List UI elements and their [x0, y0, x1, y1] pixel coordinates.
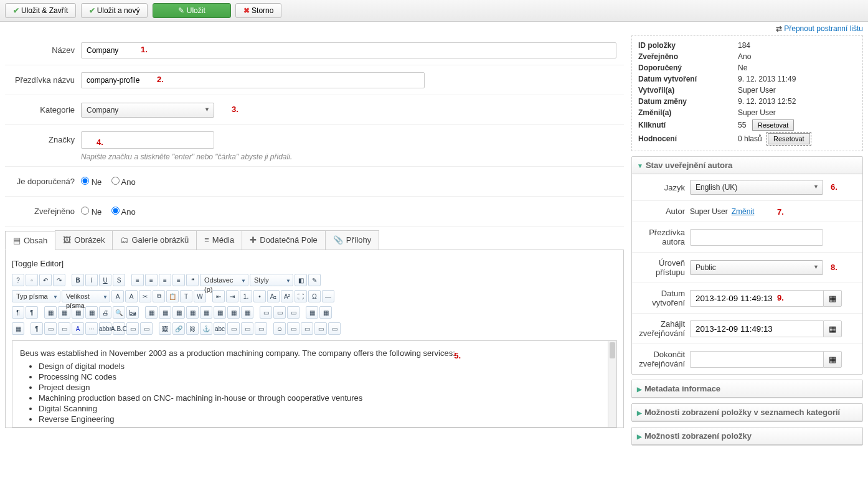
bgcolor-icon[interactable]: A [125, 290, 138, 302]
save-new-button[interactable]: ✔Uložit a nový [81, 3, 148, 18]
print-icon[interactable]: 🖨 [99, 306, 111, 319]
toggle-sidebar-link[interactable]: ⇄Přepnout postranní lištu [776, 24, 863, 33]
search-icon[interactable]: 🔍 [113, 306, 125, 319]
editor-content[interactable]: Beus was established in November 2003 as… [12, 340, 617, 428]
cut-icon[interactable]: ✂ [139, 290, 151, 302]
item-display-header[interactable]: ▶Možnosti zobrazení položky [632, 428, 862, 445]
nbsp-icon[interactable]: ··· [85, 322, 98, 335]
fullscreen-icon[interactable]: ⛶ [295, 290, 307, 302]
hr-icon[interactable]: — [322, 290, 334, 302]
anchor-icon[interactable]: ⚓ [200, 322, 212, 335]
featured-ano-radio[interactable]: Ano [111, 177, 136, 187]
font-size-select[interactable]: Velikost písma [62, 290, 110, 302]
iframe-icon[interactable]: ▭ [301, 322, 313, 335]
list-bullet-icon[interactable]: • [253, 290, 266, 302]
lang-select[interactable]: English (UK) [690, 180, 823, 195]
table-icon[interactable]: ▦ [145, 306, 158, 319]
featured-ne-radio[interactable]: Ne [81, 177, 101, 187]
table-col-icon[interactable]: ▦ [172, 306, 185, 319]
toggle-editor-link[interactable]: [Toggle Editor] [12, 259, 617, 268]
paragraph-select[interactable]: Odstavec (p) [200, 274, 248, 286]
link-icon[interactable]: 🔗 [172, 322, 185, 335]
select-all-icon[interactable]: ▦ [12, 322, 24, 335]
cell2-icon[interactable]: ▭ [273, 306, 286, 319]
name-input[interactable] [81, 42, 616, 58]
acronym-icon[interactable]: A.B.C [113, 322, 125, 335]
italic-icon[interactable]: I [85, 274, 98, 286]
table-prop-icon[interactable]: ▦ [241, 306, 253, 319]
underline-icon[interactable]: U [99, 274, 111, 286]
tab-image[interactable]: 🖼Obrázek [55, 230, 113, 250]
quote-icon[interactable]: ❝ [186, 274, 199, 286]
alias-input[interactable] [81, 72, 425, 88]
strike-icon[interactable]: S [113, 274, 125, 286]
abbr-icon[interactable]: abbr [99, 322, 111, 335]
ins-icon[interactable]: ▭ [140, 322, 153, 335]
readmore-icon[interactable]: ▭ [227, 322, 240, 335]
newdoc-icon[interactable]: ▫ [26, 274, 38, 286]
spellcheck-icon[interactable]: abc [214, 322, 226, 335]
brush-icon[interactable]: ✎ [308, 274, 321, 286]
cancel-button[interactable]: ✖Storno [235, 3, 281, 18]
unlink-icon[interactable]: ⛓ [186, 322, 199, 335]
indent-in-icon[interactable]: ⇥ [226, 290, 238, 302]
align-left-icon[interactable]: ≡ [131, 274, 144, 286]
superscript-icon[interactable]: A² [281, 290, 293, 302]
save-button[interactable]: ✎Uložit [153, 3, 231, 18]
table-merge-icon[interactable]: ▦ [214, 306, 226, 319]
attach-icon[interactable]: ▭ [328, 322, 341, 335]
save-close-button[interactable]: ✔Uložit & Zavřít [5, 3, 76, 18]
source-icon[interactable]: ▭ [58, 322, 70, 335]
paste-icon[interactable]: 📋 [166, 290, 179, 302]
created-date-input[interactable] [690, 290, 823, 307]
style-a-icon[interactable]: A [72, 322, 84, 335]
listing-header[interactable]: ▶Možnosti zobrazení položky v seznamech … [632, 404, 862, 421]
ltr-icon[interactable]: ¶ [12, 306, 24, 319]
cell1-icon[interactable]: ▭ [260, 306, 272, 319]
tab-gallery[interactable]: 🗂Galerie obrázků [112, 230, 197, 250]
access-select[interactable]: Public [690, 260, 823, 275]
editor-scrollbar[interactable] [608, 341, 616, 427]
created-date-picker[interactable]: ▦ [823, 290, 842, 307]
metadata-header[interactable]: ▶Metadata informace [632, 380, 862, 398]
replace-icon[interactable]: b̲a̲ [126, 306, 139, 319]
paste-text-icon[interactable]: T [180, 290, 192, 302]
omega-icon[interactable]: Ω [308, 290, 321, 302]
redo-icon[interactable]: ↷ [53, 274, 65, 286]
align-justify-icon[interactable]: ≡ [172, 274, 185, 286]
copy-icon[interactable]: ⧉ [153, 290, 165, 302]
image-btn-icon[interactable]: 🖼 [159, 322, 171, 335]
author-alias-input[interactable] [690, 229, 823, 246]
end-publish-input[interactable] [690, 351, 823, 368]
table-ins-icon[interactable]: ▦ [186, 306, 199, 319]
align-center-icon[interactable]: ≡ [145, 274, 158, 286]
textcolor-icon[interactable]: A [111, 290, 124, 302]
eraser-icon[interactable]: ◧ [295, 274, 307, 286]
indent-out-icon[interactable]: ⇤ [212, 290, 225, 302]
doc-icon[interactable]: ▭ [44, 322, 57, 335]
grid-icon[interactable]: ▦ [306, 306, 318, 319]
tab-content[interactable]: ▤Obsah [5, 231, 55, 250]
undo-icon[interactable]: ↶ [39, 274, 52, 286]
published-ano-radio[interactable]: Ano [111, 207, 136, 217]
list-ordered-icon[interactable]: 1. [240, 290, 252, 302]
align-right-icon[interactable]: ≡ [159, 274, 171, 286]
para-icon[interactable]: ¶ [31, 322, 43, 335]
font-family-select[interactable]: Typ písma [12, 290, 60, 302]
table-row-icon[interactable]: ▦ [159, 306, 171, 319]
subscript-icon[interactable]: A₂ [267, 290, 280, 302]
template-icon[interactable]: ▭ [255, 322, 267, 335]
rtl-icon[interactable]: ¶ [26, 306, 38, 319]
smiley-icon[interactable]: ☺ [273, 322, 286, 335]
end-publish-picker[interactable]: ▦ [823, 351, 842, 368]
reset-hits-button[interactable]: Resetovat [752, 119, 795, 131]
start-publish-input[interactable] [690, 320, 823, 337]
tab-extra[interactable]: ✚Dodatečná Pole [242, 230, 326, 250]
layer4-icon[interactable]: ▦ [85, 306, 98, 319]
author-status-header[interactable]: ▼Stav uveřejnění autora [632, 157, 862, 174]
cell3-icon[interactable]: ▭ [287, 306, 300, 319]
pagebreak-icon[interactable]: ▭ [241, 322, 253, 335]
media-btn-icon[interactable]: ▭ [287, 322, 300, 335]
start-publish-picker[interactable]: ▦ [823, 320, 842, 337]
guides-icon[interactable]: ▦ [319, 306, 332, 319]
